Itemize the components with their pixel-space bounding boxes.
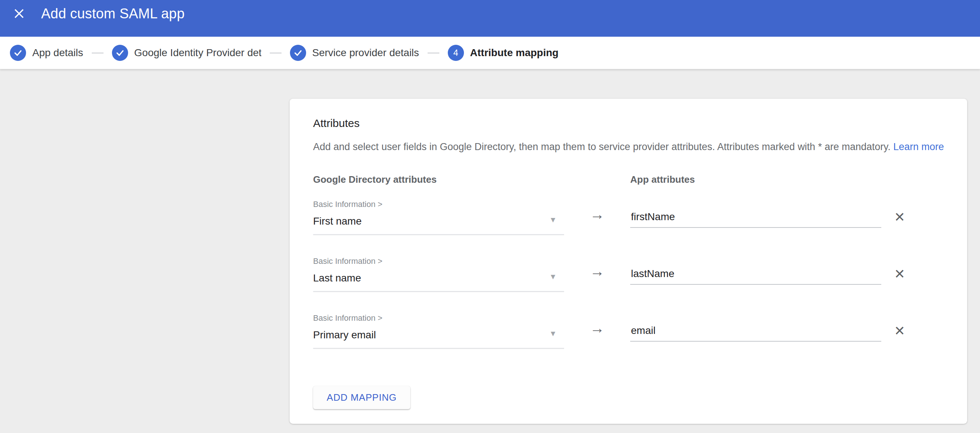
step-app-details[interactable]: App details [10,45,83,61]
attributes-card: Attributes Add and select user fields in… [290,99,967,424]
map-arrow-icon: → [564,321,630,335]
close-icon[interactable] [11,5,27,22]
directory-attribute-select[interactable]: Basic Information > Primary email ▼ [313,313,564,349]
app-attribute-input[interactable] [630,211,881,228]
step-label: Google Identity Provider details [134,47,261,59]
step-connector [428,53,439,54]
directory-attributes-column-header: Google Directory attributes [313,174,564,185]
select-underline [313,291,564,292]
chevron-down-icon: ▼ [549,272,557,281]
map-arrow-icon: → [564,264,630,279]
step-connector [270,53,282,54]
app-attribute-input[interactable] [630,325,881,342]
app-attribute-input[interactable] [630,268,881,285]
chevron-down-icon: ▼ [549,329,557,338]
stepper: App details Google Identity Provider det… [0,37,980,69]
step-connector [92,53,103,54]
attribute-category: Basic Information > [313,199,564,210]
directory-attribute-select[interactable]: Basic Information > Last name ▼ [313,256,564,292]
remove-mapping-icon[interactable]: ✕ [894,325,905,337]
attribute-category: Basic Information > [313,313,564,323]
step-label: Attribute mapping [470,47,558,59]
mapping-row: Basic Information > Primary email ▼ → ✕ [313,313,918,349]
remove-mapping-icon[interactable]: ✕ [894,267,905,281]
select-underline [313,234,564,235]
step-label: App details [32,47,83,59]
step-google-idp-details[interactable]: Google Identity Provider details [112,45,261,61]
description-text: Add and select user fields in Google Dir… [313,141,891,152]
step-complete-check-icon [10,45,26,61]
dialog-title: Add custom SAML app [41,6,185,22]
select-underline [313,348,564,349]
step-label: Service provider details [312,47,419,59]
step-service-provider-details[interactable]: Service provider details [290,45,419,61]
app-attributes-column-header: App attributes [630,174,881,185]
learn-more-link[interactable]: Learn more [893,141,944,152]
directory-attribute-value: Last name [313,272,361,285]
card-description: Add and select user fields in Google Dir… [313,141,918,153]
content-area: Attributes Add and select user fields in… [0,69,980,433]
directory-attribute-value: First name [313,215,361,228]
map-arrow-icon: → [564,207,630,222]
close-icon-glyph [14,8,25,19]
card-heading: Attributes [313,117,918,129]
step-complete-check-icon [112,45,128,61]
remove-mapping-icon[interactable]: ✕ [894,211,905,224]
mapping-row: Basic Information > Last name ▼ → ✕ [313,256,918,292]
directory-attribute-value: Primary email [313,328,376,342]
attribute-category: Basic Information > [313,256,564,266]
chevron-down-icon: ▼ [549,215,557,224]
add-mapping-button[interactable]: ADD MAPPING [313,386,410,409]
step-number-badge: 4 [448,45,464,61]
column-headers: Google Directory attributes App attribut… [313,174,918,199]
step-complete-check-icon [290,45,306,61]
directory-attribute-select[interactable]: Basic Information > First name ▼ [313,199,564,235]
step-attribute-mapping[interactable]: 4 Attribute mapping [448,45,558,61]
mapping-row: Basic Information > First name ▼ → ✕ [313,199,918,235]
appbar: Add custom SAML app [0,0,980,37]
